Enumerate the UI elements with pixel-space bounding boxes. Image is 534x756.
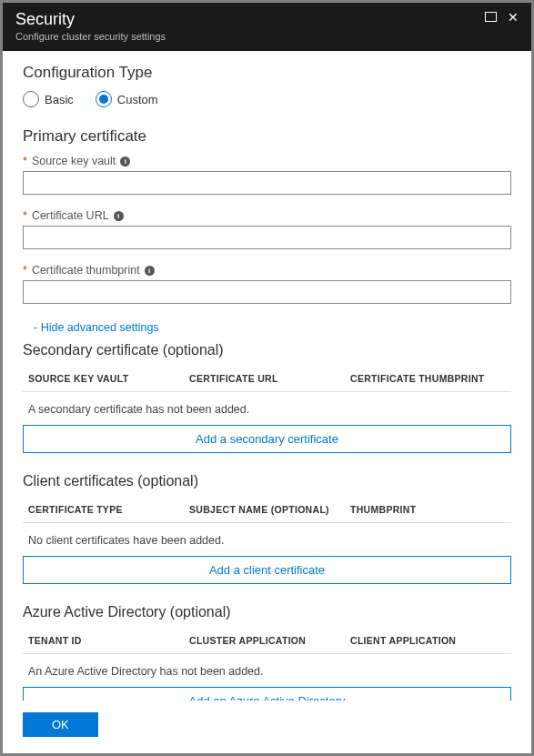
- col-cert-type: CERTIFICATE TYPE: [28, 504, 189, 515]
- hide-advanced-link[interactable]: - Hide advanced settings: [34, 321, 159, 334]
- col-subject-name: SUBJECT NAME (OPTIONAL): [189, 504, 350, 515]
- info-icon[interactable]: i: [114, 211, 124, 221]
- radio-custom[interactable]: Custom: [96, 91, 158, 107]
- restore-icon[interactable]: [485, 10, 497, 25]
- titlebar-controls: ✕: [485, 10, 519, 25]
- add-secondary-cert-button[interactable]: Add a secondary certificate: [23, 425, 511, 453]
- client-certs-table-head: CERTIFICATE TYPE SUBJECT NAME (OPTIONAL)…: [23, 499, 511, 523]
- label-source-key-vault: * Source key vault i: [23, 155, 511, 167]
- input-cert-url[interactable]: [23, 226, 511, 249]
- client-certs-title: Client certificates (optional): [23, 473, 511, 489]
- ok-button[interactable]: OK: [23, 712, 98, 737]
- col-source-key-vault: SOURCE KEY VAULT: [28, 373, 189, 384]
- advanced-toggle-row: - Hide advanced settings: [34, 318, 511, 335]
- input-thumbprint[interactable]: [23, 280, 511, 304]
- required-asterisk: *: [23, 264, 27, 277]
- titlebar: Security Configure cluster security sett…: [3, 3, 531, 51]
- add-aad-button[interactable]: Add an Azure Active Directory: [23, 687, 511, 701]
- required-asterisk: *: [23, 209, 27, 222]
- aad-empty: An Azure Active Directory has not been a…: [23, 654, 511, 687]
- config-type-radios: Basic Custom: [23, 91, 511, 107]
- secondary-cert-title: Secondary certificate (optional): [23, 342, 511, 358]
- input-source-key-vault[interactable]: [23, 171, 511, 195]
- footer: OK: [3, 701, 531, 753]
- secondary-cert-empty: A secondary certificate has not been add…: [23, 392, 511, 425]
- col-thumbprint: THUMBPRINT: [350, 504, 511, 515]
- secondary-cert-table-head: SOURCE KEY VAULT CERTIFICATE URL CERTIFI…: [23, 368, 511, 392]
- blade-subtitle: Configure cluster security settings: [15, 31, 166, 42]
- required-asterisk: *: [23, 155, 27, 167]
- blade-title: Security: [15, 10, 166, 29]
- close-icon[interactable]: ✕: [508, 11, 519, 24]
- radio-custom-label: Custom: [117, 93, 158, 106]
- info-icon[interactable]: i: [145, 266, 155, 276]
- col-client-app: CLIENT APPLICATION: [350, 635, 511, 646]
- info-icon[interactable]: i: [120, 156, 130, 166]
- field-cert-url: * Certificate URL i: [23, 209, 511, 249]
- client-certs-empty: No client certificates have been added.: [23, 523, 511, 556]
- content: Configuration Type Basic Custom Primary …: [3, 51, 531, 701]
- col-cert-url: CERTIFICATE URL: [189, 373, 350, 384]
- field-source-key-vault: * Source key vault i: [23, 155, 511, 195]
- col-cert-thumbprint: CERTIFICATE THUMBPRINT: [350, 373, 511, 384]
- field-thumbprint: * Certificate thumbprint i: [23, 264, 511, 304]
- radio-circle-selected-icon: [96, 91, 112, 107]
- aad-table-head: TENANT ID CLUSTER APPLICATION CLIENT APP…: [23, 630, 511, 654]
- radio-circle-icon: [23, 91, 39, 107]
- primary-cert-title: Primary certificate: [23, 127, 511, 146]
- titlebar-text: Security Configure cluster security sett…: [15, 10, 166, 42]
- security-blade: Security Configure cluster security sett…: [0, 0, 534, 756]
- aad-title: Azure Active Directory (optional): [23, 604, 511, 620]
- col-cluster-app: CLUSTER APPLICATION: [189, 635, 350, 646]
- label-thumbprint: * Certificate thumbprint i: [23, 264, 511, 277]
- config-type-title: Configuration Type: [23, 64, 511, 82]
- label-cert-url: * Certificate URL i: [23, 209, 511, 222]
- add-client-cert-button[interactable]: Add a client certificate: [23, 556, 511, 584]
- col-tenant-id: TENANT ID: [28, 635, 189, 646]
- radio-basic-label: Basic: [45, 93, 74, 106]
- radio-basic[interactable]: Basic: [23, 91, 74, 107]
- scroll-area[interactable]: Configuration Type Basic Custom Primary …: [3, 51, 531, 701]
